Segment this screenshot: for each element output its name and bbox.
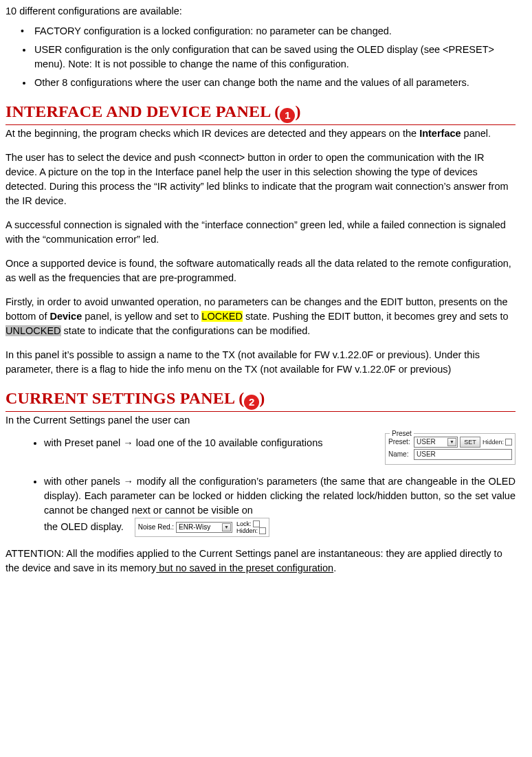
heading-text-pre: CURRENT SETTINGS PANEL ( <box>5 389 244 407</box>
hidden-checkbox[interactable] <box>259 527 266 534</box>
text-run: panel. <box>461 128 491 139</box>
paragraph: At the beginning, the program checks whi… <box>5 127 516 141</box>
preset-combo-value: USER <box>417 437 436 448</box>
text-run: state to indicate that the configuration… <box>61 325 311 336</box>
settings-list: with Preset panel → load one of the 10 a… <box>5 436 516 537</box>
name-input[interactable]: USER <box>414 449 512 460</box>
text-run: At the beginning, the program checks whi… <box>5 128 419 139</box>
heading-text-pre: INTERFACE AND DEVICE PANEL ( <box>5 102 280 120</box>
paragraph: Firstly, in order to avoid unwanted oper… <box>5 295 516 338</box>
attention-paragraph: ATTENTION: All the modifies applied to t… <box>5 547 516 575</box>
hidden-label: Hidden: <box>236 527 258 534</box>
list-item-text: with Preset panel → load one of the 10 a… <box>44 436 377 450</box>
lock-checkbox[interactable] <box>253 520 260 527</box>
highlight-unlocked: UNLOCKED <box>5 325 61 336</box>
lock-label: Lock: <box>236 520 252 527</box>
paragraph: Once a supported device is found, the so… <box>5 256 516 285</box>
preset-widget: Preset Preset: USER ▼ SET Hidden: <box>385 433 516 465</box>
noise-red-value: ENR-Wisy <box>179 523 210 533</box>
intro-line: 10 different configurations are availabl… <box>5 4 516 19</box>
list-item: USER configuration is the only configura… <box>33 43 516 72</box>
noise-red-widget: Noise Red.: ENR-Wisy ▼ Lock: Hidden: <box>135 518 269 537</box>
text-bold: Device <box>49 311 82 322</box>
hidden-label: Hidden: <box>483 439 504 446</box>
text-run: . <box>333 562 336 573</box>
section-heading-current-settings: CURRENT SETTINGS PANEL (2) <box>5 386 516 412</box>
heading-text-post: ) <box>259 389 265 407</box>
paragraph: In the Current Settings panel the user c… <box>5 413 516 428</box>
preset-combo[interactable]: USER ▼ <box>414 437 458 448</box>
text-run: panel, is yellow and set to <box>82 311 201 322</box>
hidden-checkbox[interactable] <box>505 439 512 446</box>
section-heading-interface: INTERFACE AND DEVICE PANEL (1) <box>5 100 516 125</box>
paragraph: In this panel it’s possible to assign a … <box>5 348 516 377</box>
preset-legend: Preset <box>390 429 414 439</box>
name-label: Name: <box>388 450 412 460</box>
config-list: FACTORY configuration is a locked config… <box>5 24 516 90</box>
list-item-text: with other panels → modify all the confi… <box>44 476 516 516</box>
chevron-down-icon[interactable]: ▼ <box>222 523 231 531</box>
paragraph: The user has to select the device and pu… <box>5 151 516 208</box>
heading-text-post: ) <box>295 102 300 120</box>
chevron-down-icon[interactable]: ▼ <box>447 438 456 446</box>
set-button[interactable]: SET <box>460 437 480 448</box>
noise-red-combo[interactable]: ENR-Wisy ▼ <box>176 522 232 533</box>
paragraph: A successful connection is signaled with… <box>5 218 516 247</box>
list-item-text: the OLED display. <box>44 521 124 532</box>
circle-number-icon: 2 <box>244 395 259 410</box>
text-bold: Interface <box>419 128 461 139</box>
text-run: state. Pushing the EDIT button, it becom… <box>243 311 509 322</box>
list-item: FACTORY configuration is a locked config… <box>33 24 516 39</box>
circle-number-icon: 1 <box>280 108 295 123</box>
text-underline: but no saved in the preset configuration <box>156 562 333 573</box>
highlight-locked: LOCKED <box>201 311 243 322</box>
noise-red-label: Noise Red.: <box>138 523 174 533</box>
list-item: with Preset panel → load one of the 10 a… <box>44 436 516 465</box>
list-item: with other panels → modify all the confi… <box>44 474 516 537</box>
list-item: Other 8 configurations where the user ca… <box>33 76 516 90</box>
